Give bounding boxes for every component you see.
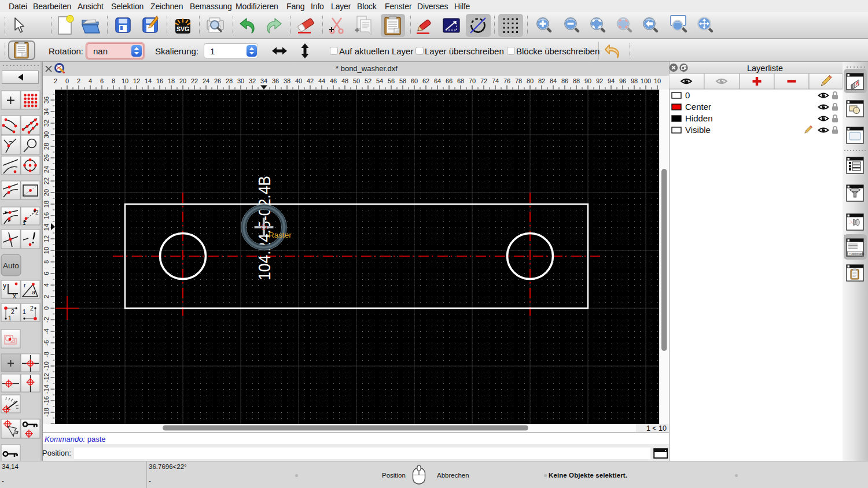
svg-text:r: r bbox=[24, 282, 26, 289]
svg-text:20: 20 bbox=[179, 77, 186, 84]
svg-text:2: 2 bbox=[11, 308, 14, 315]
svg-text:1: 1 bbox=[23, 220, 26, 226]
svg-text:34: 34 bbox=[43, 108, 50, 115]
svg-text:-2: -2 bbox=[43, 317, 50, 323]
svg-text:8: 8 bbox=[112, 77, 115, 84]
svg-text:26: 26 bbox=[214, 77, 221, 84]
svg-text:70: 70 bbox=[469, 77, 476, 84]
svg-text:90: 90 bbox=[584, 77, 591, 84]
svg-text:30: 30 bbox=[43, 131, 50, 138]
svg-text:10: 10 bbox=[122, 77, 128, 84]
svg-text:36: 36 bbox=[43, 97, 50, 103]
svg-text:32: 32 bbox=[43, 120, 50, 127]
svg-text:92: 92 bbox=[596, 77, 603, 84]
svg-text:46: 46 bbox=[330, 77, 337, 84]
svg-text:98: 98 bbox=[631, 77, 638, 84]
svg-text:-12: -12 bbox=[43, 373, 50, 382]
svg-text:38: 38 bbox=[284, 77, 290, 84]
svg-text:56: 56 bbox=[388, 77, 395, 84]
svg-text:2: 2 bbox=[77, 77, 80, 84]
svg-text:100: 100 bbox=[641, 77, 651, 84]
svg-text:6: 6 bbox=[100, 77, 104, 84]
svg-text:Raster: Raster bbox=[269, 231, 292, 239]
svg-text:Hidden: Hidden bbox=[685, 113, 713, 123]
svg-text:54: 54 bbox=[376, 77, 383, 84]
svg-text:18: 18 bbox=[43, 201, 50, 208]
svg-text:64: 64 bbox=[434, 77, 441, 84]
svg-text:8: 8 bbox=[43, 260, 50, 264]
svg-text:80: 80 bbox=[527, 77, 534, 84]
svg-text:16: 16 bbox=[156, 77, 163, 84]
svg-text:60: 60 bbox=[411, 77, 418, 84]
svg-text:0: 0 bbox=[43, 306, 50, 310]
svg-text:24: 24 bbox=[203, 77, 209, 84]
svg-text:26: 26 bbox=[43, 154, 50, 161]
svg-text:50: 50 bbox=[353, 77, 360, 84]
svg-text:2: 2 bbox=[54, 77, 57, 84]
svg-text:42: 42 bbox=[307, 77, 314, 84]
svg-text:68: 68 bbox=[457, 77, 464, 84]
svg-text:18: 18 bbox=[168, 77, 175, 84]
svg-text:40: 40 bbox=[295, 77, 302, 84]
svg-text:86: 86 bbox=[561, 77, 568, 84]
svg-text:78: 78 bbox=[515, 77, 522, 84]
svg-text:< command: < command bbox=[849, 252, 864, 256]
svg-text:74: 74 bbox=[492, 77, 499, 84]
svg-text:84: 84 bbox=[550, 77, 557, 84]
svg-text:2: 2 bbox=[30, 305, 34, 312]
svg-text:30: 30 bbox=[237, 77, 244, 84]
svg-text:2: 2 bbox=[35, 209, 39, 216]
svg-text:22: 22 bbox=[191, 77, 198, 84]
svg-text:28: 28 bbox=[43, 143, 50, 150]
svg-text:48: 48 bbox=[341, 77, 348, 84]
svg-text:-16: -16 bbox=[43, 396, 50, 405]
svg-text:96: 96 bbox=[619, 77, 626, 84]
svg-text:94: 94 bbox=[608, 77, 615, 84]
svg-text:Visible: Visible bbox=[685, 125, 711, 135]
svg-text:10: 10 bbox=[654, 77, 661, 84]
svg-text:10: 10 bbox=[43, 247, 50, 254]
svg-text:Center: Center bbox=[685, 102, 711, 112]
svg-text:-6: -6 bbox=[43, 340, 50, 346]
svg-text:82: 82 bbox=[538, 77, 545, 84]
svg-text:44: 44 bbox=[318, 77, 325, 84]
svg-text:1 < 10: 1 < 10 bbox=[646, 424, 667, 432]
svg-text:-14: -14 bbox=[43, 385, 50, 394]
svg-text:y: y bbox=[3, 282, 6, 290]
svg-text:6: 6 bbox=[43, 272, 50, 275]
svg-text:1: 1 bbox=[23, 308, 26, 315]
svg-text:72: 72 bbox=[480, 77, 487, 84]
svg-text:20: 20 bbox=[43, 189, 50, 196]
svg-text:76: 76 bbox=[503, 77, 510, 84]
svg-text:a: a bbox=[32, 289, 36, 295]
svg-text:12: 12 bbox=[133, 77, 140, 84]
svg-text:28: 28 bbox=[226, 77, 233, 84]
svg-text:36: 36 bbox=[272, 77, 279, 84]
svg-text:12: 12 bbox=[43, 235, 50, 242]
svg-text:14: 14 bbox=[145, 77, 152, 84]
svg-text:58: 58 bbox=[399, 77, 406, 84]
svg-text:32: 32 bbox=[249, 77, 256, 84]
svg-text:-4: -4 bbox=[43, 328, 50, 334]
svg-text:4: 4 bbox=[89, 77, 92, 84]
svg-text:24: 24 bbox=[43, 166, 50, 173]
svg-text:62: 62 bbox=[422, 77, 429, 84]
svg-text:0: 0 bbox=[685, 90, 690, 100]
svg-text:2: 2 bbox=[43, 295, 50, 298]
svg-text:-18: -18 bbox=[43, 408, 50, 417]
svg-text:52: 52 bbox=[365, 77, 372, 84]
svg-text:-8: -8 bbox=[43, 352, 50, 357]
svg-text:4: 4 bbox=[43, 283, 50, 287]
svg-text:66: 66 bbox=[446, 77, 453, 84]
svg-text:88: 88 bbox=[573, 77, 580, 84]
svg-text:0: 0 bbox=[65, 77, 69, 84]
svg-text:x: x bbox=[13, 292, 16, 300]
svg-text:Auto: Auto bbox=[3, 261, 19, 270]
svg-text:16: 16 bbox=[43, 212, 50, 219]
svg-text:-10: -10 bbox=[43, 361, 50, 371]
svg-text:1: 1 bbox=[8, 315, 12, 321]
svg-text:22: 22 bbox=[43, 178, 50, 184]
svg-text:SVG: SVG bbox=[176, 25, 189, 32]
svg-text:14: 14 bbox=[43, 224, 50, 231]
svg-text:34: 34 bbox=[260, 77, 267, 84]
